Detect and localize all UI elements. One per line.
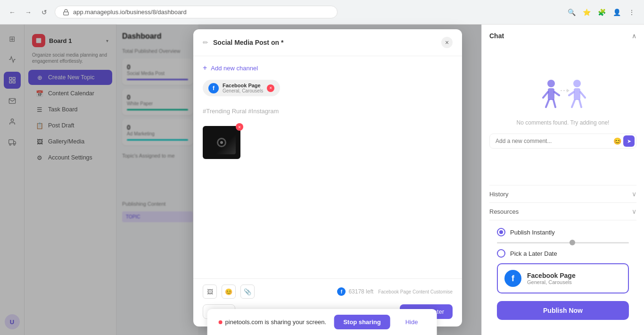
browser-chrome: ← → ↺ app.manageplus.io/business/8/dashb… xyxy=(0,0,644,25)
svg-line-12 xyxy=(554,92,559,95)
add-channel-label: Add new channel xyxy=(211,65,258,72)
svg-line-14 xyxy=(553,100,555,107)
history-row[interactable]: History ∨ xyxy=(489,185,636,202)
svg-rect-0 xyxy=(64,12,69,15)
slider-thumb xyxy=(570,240,575,245)
share-message-text: pinetools.com is sharing your screen. xyxy=(225,318,327,326)
channel-category: General, Carousels xyxy=(223,88,263,93)
svg-line-18 xyxy=(580,92,585,98)
comment-send-button[interactable]: ➤ xyxy=(623,135,635,147)
pick-later-option[interactable]: Pick a Later Date xyxy=(497,249,629,258)
facebook-char-icon: f xyxy=(337,287,346,296)
facebook-channel-info: Facebook Page General, Carousels xyxy=(527,272,621,285)
svg-rect-16 xyxy=(574,88,580,100)
share-indicator: pinetools.com is sharing your screen. xyxy=(219,318,327,326)
char-count-text: 63178 left xyxy=(348,288,373,295)
svg-line-20 xyxy=(579,100,581,107)
modal-footer: 🖼 😊 📎 f 63178 left Facebook Page Content… xyxy=(193,278,462,304)
facebook-channel-icon: f xyxy=(504,270,521,287)
facebook-channel-sub: General, Carousels xyxy=(527,279,621,285)
right-panel-inner: Chat ∧ xyxy=(482,25,644,335)
resources-chevron-icon: ∨ xyxy=(632,208,636,215)
channel-remove-button[interactable]: × xyxy=(267,84,274,92)
modal-overlay: ✏ Social Media Post on * × + Add new cha… xyxy=(0,25,644,335)
chat-header: Chat ∧ xyxy=(489,32,636,40)
url-text: app.manageplus.io/business/8/dashboard xyxy=(73,8,187,16)
attachment-button[interactable]: 📎 xyxy=(240,285,255,299)
emoji-button[interactable]: 😊 xyxy=(222,285,236,299)
footer-icons: 🖼 😊 📎 xyxy=(203,285,255,299)
channel-platform: Facebook Page xyxy=(223,83,263,88)
svg-line-13 xyxy=(546,100,549,107)
modal-close-button[interactable]: × xyxy=(441,37,453,48)
modal-header: ✏ Social Media Post on * × xyxy=(193,29,462,56)
facebook-icon-tag: f xyxy=(208,83,219,93)
resources-row[interactable]: Resources ∨ xyxy=(489,202,636,220)
image-remove-button[interactable]: × xyxy=(236,123,243,131)
modal-body: + Add new channel f Facebook Page Genera… xyxy=(193,56,462,278)
chat-title: Chat xyxy=(489,32,504,40)
char-count: f 63178 left Facebook Page Content Custo… xyxy=(337,287,453,296)
profile-button[interactable]: 👤 xyxy=(610,6,623,19)
history-chevron-icon: ∨ xyxy=(632,190,636,198)
edit-pencil-icon: ✏ xyxy=(203,39,208,46)
search-browser-button[interactable]: 🔍 xyxy=(565,6,578,19)
image-thumbnail xyxy=(203,126,240,159)
svg-point-15 xyxy=(573,80,581,87)
channel-tag: f Facebook Page General, Carousels × xyxy=(203,80,280,96)
svg-point-9 xyxy=(547,80,555,87)
share-dot-icon xyxy=(219,320,223,324)
image-preview-area: × xyxy=(203,126,240,159)
svg-line-11 xyxy=(543,92,548,98)
post-title-text: #Trending Rural #Instagram xyxy=(203,108,279,115)
back-button[interactable]: ← xyxy=(6,6,19,19)
svg-line-17 xyxy=(569,92,574,95)
chat-illustration xyxy=(535,74,591,112)
pick-later-label: Pick a Later Date xyxy=(510,250,557,257)
platform-customize-text: Facebook Page Content Customise xyxy=(378,289,453,294)
hide-button[interactable]: Hide xyxy=(398,315,426,329)
chat-area: No comments found. Try adding one! 😊 ➤ xyxy=(489,45,636,185)
comment-emoji-icon[interactable]: 😊 xyxy=(613,137,621,145)
publish-section: Publish Instantly Pick a Later Date f Fa… xyxy=(489,220,636,327)
plus-icon: + xyxy=(203,64,207,72)
empty-chat-svg xyxy=(535,74,591,112)
no-comments-text: No comments found. Try adding one! xyxy=(517,119,610,126)
lock-icon xyxy=(63,9,69,16)
post-title-area: #Trending Rural #Instagram xyxy=(203,104,453,118)
pick-later-radio[interactable] xyxy=(497,249,505,258)
address-bar[interactable]: app.manageplus.io/business/8/dashboard xyxy=(55,6,338,18)
add-channel-btn[interactable]: + Add new channel xyxy=(203,64,453,72)
comment-input-wrapper: 😊 ➤ xyxy=(489,134,636,149)
screen-share-bar: pinetools.com is sharing your screen. St… xyxy=(207,309,437,335)
svg-line-19 xyxy=(572,100,575,107)
facebook-channel-card[interactable]: f Facebook Page General, Carousels xyxy=(497,263,629,293)
right-panel: Chat ∧ xyxy=(481,25,644,335)
svg-rect-10 xyxy=(548,88,554,100)
publish-instantly-label: Publish Instantly xyxy=(510,229,555,236)
social-media-post-modal: ✏ Social Media Post on * × + Add new cha… xyxy=(193,29,462,327)
facebook-channel-name: Facebook Page xyxy=(527,272,621,279)
svg-marker-22 xyxy=(567,89,570,92)
menu-button[interactable]: ⋮ xyxy=(625,6,638,19)
forward-button[interactable]: → xyxy=(22,6,35,19)
chat-collapse-button[interactable]: ∧ xyxy=(632,32,636,40)
publish-now-button[interactable]: Publish Now xyxy=(497,301,629,320)
refresh-button[interactable]: ↺ xyxy=(38,6,51,19)
resources-label: Resources xyxy=(489,208,519,215)
browser-nav: ← → ↺ xyxy=(6,6,51,19)
publish-instantly-radio[interactable] xyxy=(497,228,505,236)
bookmark-button[interactable]: ⭐ xyxy=(580,6,593,19)
publish-slider[interactable] xyxy=(497,242,629,243)
image-upload-button[interactable]: 🖼 xyxy=(203,285,217,299)
extensions-button[interactable]: 🧩 xyxy=(595,6,608,19)
browser-actions: 🔍 ⭐ 🧩 👤 ⋮ xyxy=(565,6,638,19)
history-label: History xyxy=(489,191,508,198)
modal-title: Social Media Post on * xyxy=(213,39,437,46)
publish-instantly-option[interactable]: Publish Instantly xyxy=(497,228,629,236)
stop-sharing-button[interactable]: Stop sharing xyxy=(334,315,390,329)
